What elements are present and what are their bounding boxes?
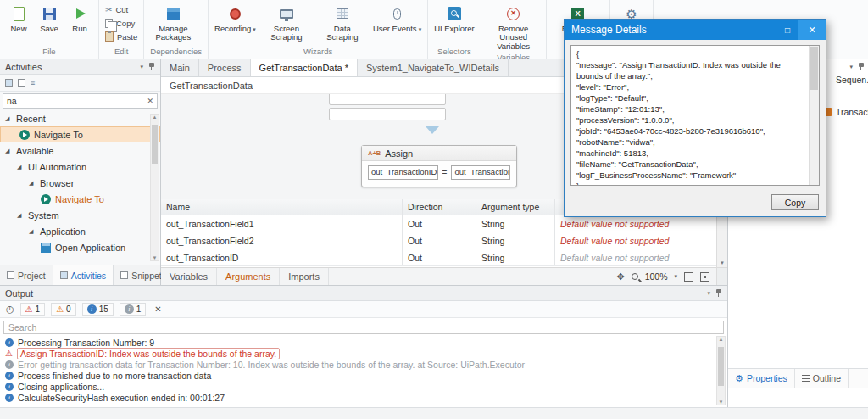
properties-target-label[interactable]: Sequen... (836, 75, 868, 85)
expander-icon[interactable]: ◢ (17, 212, 24, 219)
table-row[interactable]: out_TransactionID Out String Default val… (161, 249, 716, 266)
scroll-up-icon[interactable]: ▲ (153, 115, 158, 120)
output-search-input[interactable]: Search (3, 321, 724, 334)
scroll-down-icon[interactable]: ▼ (153, 255, 158, 260)
tree-node-application[interactable]: ◢ Application (0, 223, 160, 239)
ui-explorer-button[interactable]: UI Explorer (432, 3, 476, 33)
breadcrumb-label[interactable]: GetTransactionData (170, 81, 253, 91)
save-button[interactable]: Save (35, 3, 64, 33)
activity-box-partial[interactable] (329, 108, 446, 120)
pin-icon[interactable] (148, 63, 155, 71)
argument-type[interactable]: String (476, 232, 555, 249)
scroll-down-icon[interactable]: ▼ (720, 260, 725, 265)
list-view-icon[interactable]: ≡ (31, 79, 35, 87)
data-scraping-button[interactable]: Data Scraping (315, 3, 370, 42)
tab-arguments[interactable]: Arguments (217, 268, 280, 285)
tab-activities[interactable]: Activities (53, 265, 114, 285)
argument-type[interactable]: String (476, 249, 555, 265)
argument-direction[interactable]: Out (403, 232, 476, 249)
screen-scraping-button[interactable]: Screen Scraping (259, 3, 314, 42)
column-header-direction[interactable]: Direction (403, 199, 476, 215)
clear-output-button[interactable]: ✕ (154, 304, 161, 314)
assign-value-field[interactable]: out_TransactionIte (451, 165, 510, 180)
scrollbar-thumb[interactable] (718, 347, 724, 386)
errors-filter[interactable]: ⚠ 1 (20, 303, 46, 316)
table-row[interactable]: out_TransactionField2 Out String Default… (161, 232, 716, 249)
activities-search-input[interactable]: na ✕ (3, 93, 158, 109)
assign-activity[interactable]: A+B Assign out_TransactionID = out_Trans… (361, 145, 517, 187)
pan-icon[interactable]: ✥ (616, 271, 624, 282)
clear-search-icon[interactable]: ✕ (147, 97, 153, 105)
tab-main[interactable]: Main (161, 59, 199, 76)
expander-icon[interactable]: ◢ (5, 148, 12, 154)
tree-node-system[interactable]: ◢ System (0, 207, 160, 223)
maximize-button[interactable]: □ (776, 20, 798, 40)
group-view-icon[interactable] (5, 79, 13, 87)
tab-process[interactable]: Process (199, 59, 251, 76)
copy-button[interactable]: Copy (771, 194, 819, 210)
cut-button[interactable]: ✂ Cut (103, 3, 130, 15)
outline-node[interactable]: Transactio (824, 107, 868, 117)
assign-activity-header[interactable]: A+B Assign (362, 146, 516, 161)
close-button[interactable]: ✕ (798, 20, 826, 40)
trace-filter[interactable]: 1 (120, 303, 147, 316)
tab-properties[interactable]: ⚙ Properties (728, 369, 795, 388)
column-header-argument-type[interactable]: Argument type (476, 199, 555, 215)
pin-icon[interactable] (715, 289, 722, 298)
log-line[interactable]: Closing applications... (0, 381, 727, 392)
overview-icon[interactable] (700, 272, 709, 282)
zoom-icon[interactable] (632, 273, 638, 280)
argument-direction[interactable]: Out (403, 249, 476, 265)
zoom-dropdown-icon[interactable]: ▾ (674, 273, 677, 280)
column-header-name[interactable]: Name (161, 199, 403, 215)
argument-type[interactable]: String (476, 215, 555, 232)
timestamps-toggle-icon[interactable]: ◷ (6, 304, 14, 315)
tab-gettransactiondata[interactable]: GetTransactionData * (251, 59, 358, 76)
log-line[interactable]: Error getting transaction data for Trans… (0, 359, 727, 370)
tab-variables[interactable]: Variables (161, 268, 217, 285)
remove-unused-variables-button[interactable]: ✕ Remove Unused Variables (486, 3, 542, 51)
tab-imports[interactable]: Imports (280, 268, 329, 285)
run-button[interactable]: Run (65, 3, 94, 33)
argument-name[interactable]: out_TransactionID (161, 249, 403, 265)
output-scrollbar[interactable]: ▲ ▼ (716, 336, 726, 405)
dialog-titlebar[interactable]: Message Details □ ✕ (565, 20, 826, 40)
scrollbar-thumb[interactable] (810, 47, 818, 90)
fit-to-screen-icon[interactable] (684, 272, 693, 282)
activities-scrollbar[interactable]: ▲ ▼ (150, 114, 159, 261)
new-button[interactable]: New (4, 3, 33, 33)
scrollbar-thumb[interactable] (152, 125, 158, 164)
log-line-error[interactable]: ⚠ Assign TransactionID: Index was outsid… (0, 348, 727, 359)
dialog-scrollbar[interactable] (809, 46, 819, 185)
log-line[interactable]: Processing Transaction Number: 9 (0, 337, 727, 348)
pin-icon[interactable] (858, 63, 865, 71)
argument-name[interactable]: out_TransactionField1 (161, 215, 403, 232)
panel-menu-icon[interactable]: ▾ (707, 290, 710, 297)
message-json-text[interactable]: { "message": "Assign TransactionID: Inde… (570, 45, 820, 186)
tree-node-browser[interactable]: ◢ Browser (0, 175, 160, 191)
tab-project[interactable]: Project (0, 265, 53, 285)
warnings-filter[interactable]: ⚠ 0 (51, 303, 76, 316)
manage-packages-button[interactable]: Manage Packages (148, 3, 198, 42)
user-events-button[interactable]: User Events▾ (371, 3, 423, 33)
tree-node-available[interactable]: ◢ Available (0, 142, 160, 159)
scroll-up-icon[interactable]: ▲ (719, 337, 724, 342)
tab-system1-navigateto-widetails[interactable]: System1_NavigateTo_WIDetails (358, 59, 509, 76)
paste-button[interactable]: Paste (103, 31, 139, 42)
scroll-down-icon[interactable]: ▼ (719, 399, 724, 405)
expander-icon[interactable]: ◢ (29, 180, 36, 187)
tree-node-navigate-to[interactable]: Navigate To (0, 126, 160, 142)
panel-menu-icon[interactable]: ▾ (140, 64, 143, 70)
zoom-level[interactable]: 100% (645, 271, 668, 282)
flat-view-icon[interactable] (18, 79, 25, 87)
tab-outline[interactable]: Outline (795, 369, 849, 388)
expander-icon[interactable]: ◢ (29, 228, 36, 235)
tree-node-open-application[interactable]: Open Application (0, 239, 160, 255)
tree-node-ui-automation[interactable]: ◢ UI Automation (0, 159, 160, 175)
copy-button[interactable]: Copy (103, 17, 136, 29)
argument-name[interactable]: out_TransactionField2 (161, 232, 403, 249)
argument-direction[interactable]: Out (403, 215, 476, 232)
recording-button[interactable]: Recording▾ (213, 3, 258, 33)
info-filter[interactable]: 15 (82, 303, 114, 316)
tree-node-recent[interactable]: ◢ Recent (0, 110, 160, 126)
